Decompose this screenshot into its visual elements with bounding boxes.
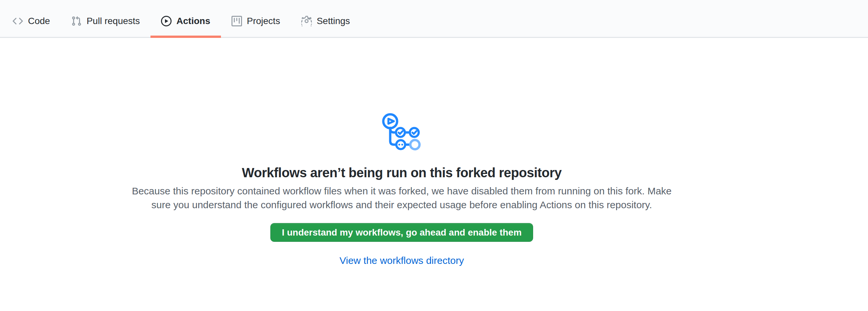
- play-icon: [161, 16, 172, 26]
- tab-code[interactable]: Code: [2, 5, 61, 37]
- tab-label: Projects: [247, 17, 280, 26]
- view-workflows-directory-link[interactable]: View the workflows directory: [340, 255, 464, 266]
- tab-actions[interactable]: Actions: [151, 5, 221, 37]
- repo-nav: Code Pull requests Actions Projects Sett…: [0, 0, 868, 38]
- git-pull-request-icon: [71, 16, 82, 26]
- actions-workflow-icon: [382, 111, 422, 151]
- gear-icon: [301, 16, 312, 26]
- project-icon: [231, 16, 242, 26]
- actions-blankslate: Workflows aren’t being run on this forke…: [0, 38, 803, 266]
- tab-label: Actions: [177, 17, 210, 26]
- tab-pull-requests[interactable]: Pull requests: [61, 5, 151, 37]
- blankslate-title: Workflows aren’t being run on this forke…: [0, 165, 803, 180]
- tab-settings[interactable]: Settings: [291, 5, 361, 37]
- enable-workflows-button[interactable]: I understand my workflows, go ahead and …: [270, 223, 533, 242]
- tab-label: Pull requests: [87, 17, 140, 26]
- code-icon: [12, 16, 23, 26]
- tab-label: Settings: [317, 17, 350, 26]
- tab-projects[interactable]: Projects: [221, 5, 291, 37]
- blankslate-description: Because this repository contained workfl…: [132, 184, 672, 212]
- tab-label: Code: [28, 17, 50, 26]
